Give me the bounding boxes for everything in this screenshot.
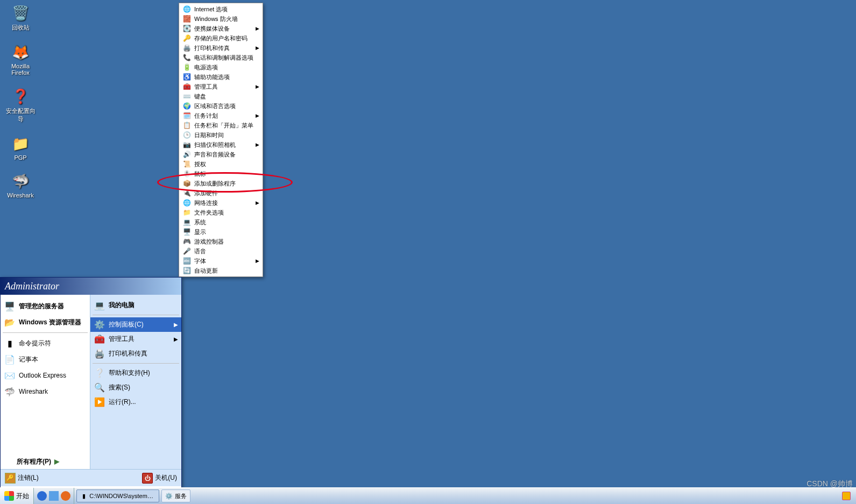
start-menu-place-item[interactable]: 🔍搜索(S) <box>90 380 181 395</box>
flyout-item[interactable]: 🎤语音 <box>179 246 263 256</box>
desktop-icon[interactable]: 📁PGP <box>4 135 37 161</box>
logoff-icon: 🔑 <box>5 473 16 484</box>
flyout-item[interactable]: 📦添加或删除程序 <box>179 179 263 188</box>
quick-launch-firefox-icon[interactable] <box>61 491 70 501</box>
start-menu-place-item[interactable]: 🖨️打印机和传真 <box>90 346 181 361</box>
task-label: 服务 <box>175 492 187 500</box>
start-menu-place-item[interactable]: 🧰管理工具▶ <box>90 332 181 346</box>
quick-launch-desktop-icon[interactable] <box>49 491 59 501</box>
flyout-item[interactable]: 💽便携媒体设备▶ <box>179 24 263 33</box>
flyout-item[interactable]: 🔌添加硬件 <box>179 188 263 198</box>
all-programs[interactable]: 所有程序(P) ▶ <box>1 455 90 468</box>
flyout-item-label: 语音 <box>194 247 259 255</box>
flyout-item[interactable]: 🖥️显示 <box>179 227 263 237</box>
start-menu-item[interactable]: ✉️Outlook Express <box>1 367 90 384</box>
desktop-icon-label: 安全配置向导 <box>4 107 37 123</box>
flyout-item[interactable]: 📷扫描仪和照相机▶ <box>179 140 263 150</box>
cpl-icon: 📜 <box>182 160 191 168</box>
start-menu-item[interactable]: 🦈Wireshark <box>1 384 90 400</box>
flyout-item[interactable]: 📋任务栏和「开始」菜单 <box>179 120 263 130</box>
chevron-right-icon: ▶ <box>256 26 259 31</box>
desktop-glyph-icon: ❓ <box>12 88 29 105</box>
flyout-item[interactable]: 📜授权 <box>179 159 263 169</box>
desktop-glyph-icon: 📁 <box>12 135 29 152</box>
start-menu-item[interactable]: 📄记事本 <box>1 351 90 367</box>
app-icon: 📂 <box>4 316 16 328</box>
windows-flag-icon <box>4 491 14 501</box>
flyout-item[interactable]: 🖱️鼠标 <box>179 169 263 179</box>
flyout-item[interactable]: 🌍区域和语言选项 <box>179 101 263 111</box>
desktop-icon[interactable]: ❓安全配置向导 <box>4 88 37 123</box>
cpl-icon: ⌨️ <box>182 92 191 101</box>
flyout-item[interactable]: 🔑存储的用户名和密码 <box>179 33 263 43</box>
cpl-icon: 📁 <box>182 208 191 217</box>
cpl-icon: 🎮 <box>182 237 191 246</box>
quick-launch-ie-icon[interactable] <box>37 491 47 501</box>
flyout-item[interactable]: 🧱Windows 防火墙 <box>179 14 263 24</box>
flyout-item-label: 网络连接 <box>194 199 256 207</box>
app-icon: 🖥️ <box>4 300 16 312</box>
app-icon: ✉️ <box>4 370 16 381</box>
cpl-icon: 📞 <box>182 53 191 62</box>
desktop-icon[interactable]: 🦈Wireshark <box>4 173 37 198</box>
flyout-item-label: 游戏控制器 <box>194 238 259 246</box>
flyout-item[interactable]: 🖨️打印机和传真▶ <box>179 43 263 53</box>
flyout-item-label: Internet 选项 <box>194 5 259 13</box>
start-item-label: 搜索(S) <box>109 383 178 392</box>
app-icon: ▮ <box>4 337 16 349</box>
desktop-icon-label: PGP <box>14 154 26 161</box>
logoff-button[interactable]: 🔑 注销(L) <box>5 473 39 484</box>
cpl-icon: 🌐 <box>182 5 191 13</box>
start-button-label: 开始 <box>16 492 29 501</box>
systray[interactable] <box>840 492 856 500</box>
flyout-item[interactable]: 💻系统 <box>179 217 263 227</box>
start-menu-place-item[interactable]: ⚙️控制面板(C)▶ <box>90 317 181 332</box>
flyout-item[interactable]: 🌐网络连接▶ <box>179 198 263 208</box>
start-button[interactable]: 开始 <box>0 488 34 504</box>
desktop-icon[interactable]: 🦊Mozilla Firefox <box>4 44 37 76</box>
flyout-item[interactable]: 🗓️任务计划▶ <box>179 111 263 120</box>
flyout-item-label: 打印机和传真 <box>194 44 256 52</box>
cpl-icon: 🗓️ <box>182 111 191 120</box>
flyout-item[interactable]: 🕒日期和时间 <box>179 130 263 140</box>
flyout-item-label: 文件夹选项 <box>194 209 259 217</box>
start-item-label: 管理您的服务器 <box>19 302 87 311</box>
taskbar-task[interactable]: ▮C:\WINDOWS\system32... <box>76 489 159 502</box>
all-programs-label: 所有程序(P) <box>17 457 51 466</box>
flyout-item[interactable]: 🔊声音和音频设备 <box>179 150 263 159</box>
flyout-item[interactable]: 🎮游戏控制器 <box>179 237 263 246</box>
start-menu-place-item[interactable]: ▶️运行(R)... <box>90 395 181 409</box>
start-menu-place-item[interactable]: ❔帮助和支持(H) <box>90 366 181 380</box>
flyout-item[interactable]: 📞电话和调制解调器选项 <box>179 53 263 62</box>
desktop-icon[interactable]: 🗑️回收站 <box>4 4 37 32</box>
flyout-item-label: 区域和语言选项 <box>194 102 259 110</box>
flyout-item-label: 任务计划 <box>194 112 256 120</box>
place-icon: 🧰 <box>94 333 105 345</box>
task-icon: ⚙️ <box>165 492 173 500</box>
flyout-item-label: Windows 防火墙 <box>194 15 259 23</box>
chevron-right-icon: ▶ <box>174 336 178 342</box>
desktop-icon-label: 回收站 <box>12 24 30 32</box>
taskbar-task[interactable]: ⚙️服务 <box>161 489 190 502</box>
flyout-item[interactable]: ♿辅助功能选项 <box>179 72 263 82</box>
start-menu-item[interactable]: 🖥️管理您的服务器 <box>1 298 90 314</box>
flyout-item[interactable]: ⌨️键盘 <box>179 91 263 101</box>
cpl-icon: 🔤 <box>182 257 191 265</box>
shutdown-button[interactable]: ⏻ 关机(U) <box>142 473 177 484</box>
flyout-item[interactable]: 🌐Internet 选项 <box>179 4 263 14</box>
flyout-item[interactable]: 🔤字体▶ <box>179 256 263 266</box>
flyout-item-label: 添加或删除程序 <box>194 180 259 188</box>
start-menu-item[interactable]: 📂Windows 资源管理器 <box>1 314 90 330</box>
cpl-icon: 🖨️ <box>182 44 191 52</box>
security-shield-icon[interactable] <box>842 492 851 500</box>
taskbar: 开始 ▮C:\WINDOWS\system32...⚙️服务 <box>0 487 856 504</box>
desktop[interactable]: 🗑️回收站🦊Mozilla Firefox❓安全配置向导📁PGP🦈Wiresha… <box>0 0 856 504</box>
cpl-icon: 📋 <box>182 121 191 130</box>
flyout-item[interactable]: 🔋电源选项 <box>179 62 263 72</box>
flyout-item[interactable]: 🔄自动更新 <box>179 266 263 275</box>
start-item-label: Outlook Express <box>19 372 87 379</box>
start-menu-place-item[interactable]: 💻我的电脑 <box>90 298 181 313</box>
flyout-item[interactable]: 📁文件夹选项 <box>179 208 263 217</box>
start-menu-item[interactable]: ▮命令提示符 <box>1 335 90 351</box>
flyout-item[interactable]: 🧰管理工具▶ <box>179 82 263 91</box>
